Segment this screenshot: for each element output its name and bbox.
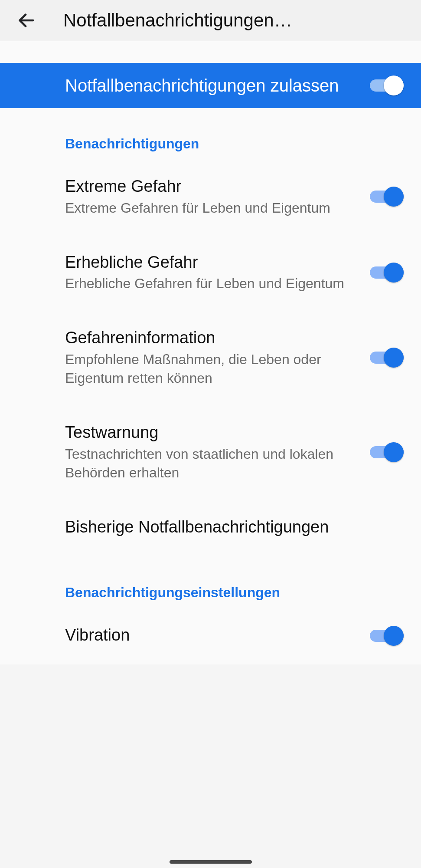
home-indicator[interactable] — [170, 860, 252, 864]
row-hazard-info[interactable]: Gefahreninformation Empfohlene Maßnahmen… — [0, 310, 421, 405]
row-title: Extreme Gefahr — [65, 176, 357, 197]
row-alert-history[interactable]: Bisherige Notfallbenachrichtigungen — [0, 500, 421, 557]
content: Notfallbenachrichtigungen zulassen Benac… — [0, 41, 421, 664]
switch-thumb — [384, 263, 404, 283]
row-title: Bisherige Notfallbenachrichtigungen — [65, 517, 391, 538]
spacer — [0, 41, 421, 63]
row-text: Bisherige Notfallbenachrichtigungen — [65, 517, 404, 539]
section-header-settings: Benachrichtigungseinstellungen — [0, 557, 421, 608]
switch-thumb — [384, 348, 404, 368]
master-toggle-switch[interactable] — [370, 75, 404, 96]
row-text: Erhebliche Gefahr Erhebliche Gefahren fü… — [65, 252, 370, 293]
arrow-back-icon — [16, 10, 36, 30]
master-toggle-row[interactable]: Notfallbenachrichtigungen zulassen — [0, 63, 421, 108]
extreme-threat-switch[interactable] — [370, 186, 404, 207]
row-text: Extreme Gefahr Extreme Gefahren für Lebe… — [65, 176, 370, 217]
row-subtitle: Erhebliche Gefahren für Leben und Eigent… — [65, 274, 357, 293]
vibration-switch[interactable] — [370, 625, 404, 647]
master-toggle-label: Notfallbenachrichtigungen zulassen — [65, 75, 370, 96]
severe-threat-switch[interactable] — [370, 262, 404, 283]
row-title: Vibration — [65, 625, 357, 646]
row-subtitle: Extreme Gefahren für Leben und Eigentum — [65, 199, 357, 217]
page-title: Notfallbenachrichtigungen… — [63, 10, 413, 31]
switch-thumb — [384, 76, 404, 95]
row-vibration[interactable]: Vibration — [0, 608, 421, 665]
row-extreme-threat[interactable]: Extreme Gefahr Extreme Gefahren für Lebe… — [0, 159, 421, 235]
row-test-alert[interactable]: Testwarnung Testnachrichten von staatlic… — [0, 405, 421, 500]
row-title: Gefahreninformation — [65, 328, 357, 349]
switch-thumb — [384, 187, 404, 207]
app-bar: Notfallbenachrichtigungen… — [0, 0, 421, 41]
row-subtitle: Empfohlene Maßnahmen, die Leben oder Eig… — [65, 350, 357, 388]
row-title: Erhebliche Gefahr — [65, 252, 357, 273]
row-text: Testwarnung Testnachrichten von staatlic… — [65, 422, 370, 482]
test-alert-switch[interactable] — [370, 441, 404, 463]
back-button[interactable] — [11, 5, 42, 36]
row-subtitle: Testnachrichten von staatlichen und loka… — [65, 445, 357, 482]
row-severe-threat[interactable]: Erhebliche Gefahr Erhebliche Gefahren fü… — [0, 235, 421, 311]
row-text: Gefahreninformation Empfohlene Maßnahmen… — [65, 328, 370, 388]
switch-thumb — [384, 442, 404, 462]
row-title: Testwarnung — [65, 422, 357, 443]
switch-thumb — [384, 626, 404, 646]
hazard-info-switch[interactable] — [370, 347, 404, 368]
row-text: Vibration — [65, 625, 370, 648]
section-header-notifications: Benachrichtigungen — [0, 108, 421, 159]
